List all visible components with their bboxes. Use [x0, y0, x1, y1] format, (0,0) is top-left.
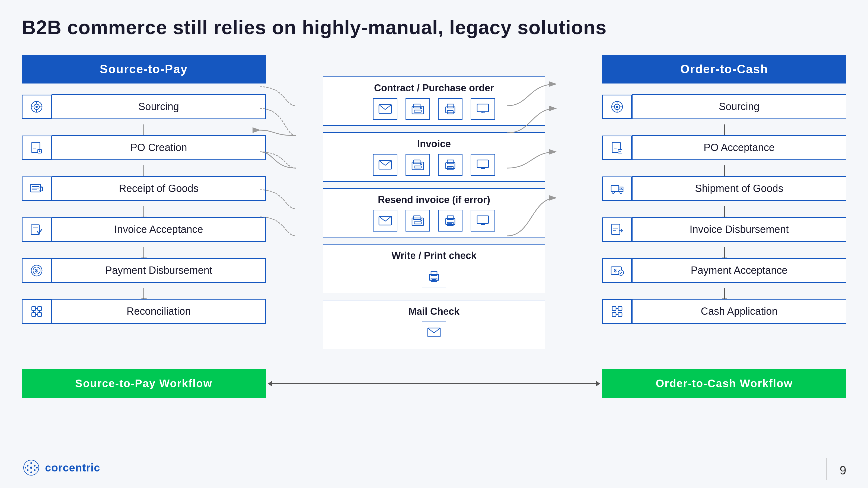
page-title: B2B commerce still relies on highly-manu…: [22, 16, 846, 38]
stp-payment-icon: $: [22, 258, 52, 283]
otc-payment-acceptance-step: $ Payment Acceptance: [602, 258, 846, 283]
center-print-icons: [330, 266, 538, 287]
svg-point-2: [36, 106, 37, 108]
svg-rect-94: [612, 224, 620, 234]
svg-rect-61: [414, 222, 421, 224]
monitor-icon-1: [471, 98, 495, 120]
workflow-bars: Source-to-Pay Workflow Order-to-Cash Wor…: [22, 369, 846, 398]
stp-sourcing-label: Sourcing: [52, 94, 266, 119]
fax-icon-3: [405, 210, 430, 231]
source-to-pay-workflow-bar: Source-to-Pay Workflow: [22, 369, 266, 398]
otc-sourcing-icon: [602, 95, 632, 119]
center-resend-box: Resend invoice (if error): [323, 188, 545, 237]
center-invoice-title: Invoice: [330, 138, 538, 150]
svg-rect-104: [618, 313, 622, 316]
envelope-icon-1: [373, 98, 397, 120]
stp-reconciliation-label: Reconciliation: [52, 299, 266, 324]
svg-point-79: [616, 106, 618, 108]
otc-invoice-disbursement-step: Invoice Disbursement: [602, 217, 846, 242]
center-invoice-icons: [330, 154, 538, 176]
order-to-cash-workflow-bar: Order-to-Cash Workflow: [602, 369, 846, 398]
otc-sourcing-label: Sourcing: [632, 94, 846, 119]
printer-icon-4: [422, 266, 446, 287]
stp-receipt-label: Receipt of Goods: [52, 176, 266, 201]
otc-sourcing-step: Sourcing: [602, 94, 846, 119]
otc-invoice-disbursement-icon: [602, 218, 632, 242]
center-contract-icons: [330, 98, 538, 120]
otc-po-acceptance-icon: [602, 135, 632, 160]
stp-po-creation-step: PO Creation: [22, 135, 266, 160]
otc-cash-application-label: Cash Application: [632, 299, 846, 324]
svg-point-112: [34, 465, 35, 466]
svg-rect-68: [477, 216, 489, 223]
otc-shipment-label: Shipment of Goods: [632, 176, 846, 201]
svg-point-118: [36, 467, 38, 468]
stp-invoice-acceptance-step: Invoice Acceptance: [22, 217, 266, 242]
svg-point-116: [30, 471, 32, 473]
otc-arrow-4: [724, 247, 725, 258]
svg-rect-27: [38, 313, 41, 316]
otc-shipment-icon: [602, 176, 632, 201]
svg-point-113: [27, 469, 29, 471]
otc-payment-acceptance-label: Payment Acceptance: [632, 258, 846, 283]
stp-po-creation-icon: [22, 135, 52, 160]
stp-payment-step: $ Payment Disbursement: [22, 258, 266, 283]
otc-po-acceptance-label: PO Acceptance: [632, 135, 846, 160]
otc-arrow-2: [724, 165, 725, 176]
svg-rect-72: [431, 272, 437, 275]
stp-arrow-4: [144, 247, 144, 258]
stp-arrow-5: [144, 288, 144, 299]
stp-arrow-2: [144, 165, 144, 176]
fax-icon-1: [405, 98, 430, 120]
svg-rect-64: [447, 216, 453, 220]
center-contract-title: Contract / Purchase order: [330, 83, 538, 94]
svg-rect-103: [612, 313, 616, 316]
stp-reconciliation-step: Reconciliation: [22, 299, 266, 324]
svg-rect-51: [447, 160, 453, 164]
order-to-cash-column: Order-to-Cash Sourcing: [602, 55, 846, 329]
svg-text:$: $: [35, 268, 38, 273]
envelope-icon-3: [373, 210, 397, 231]
otc-arrow-3: [724, 206, 725, 217]
center-invoice-box: Invoice: [323, 132, 545, 182]
svg-point-115: [30, 462, 32, 464]
fax-icon-2: [405, 154, 430, 176]
stp-receipt-step: Receipt of Goods: [22, 176, 266, 201]
svg-rect-35: [414, 110, 421, 112]
monitor-icon-3: [471, 210, 495, 231]
footer: corcentric: [22, 458, 100, 477]
svg-rect-38: [447, 104, 453, 108]
workflow-arrow-line: [271, 383, 597, 384]
otc-invoice-disbursement-label: Invoice Disbursement: [632, 217, 846, 242]
stp-po-creation-label: PO Creation: [52, 135, 266, 160]
svg-rect-25: [38, 306, 41, 311]
svg-rect-48: [414, 166, 421, 168]
envelope-icon-2: [373, 154, 397, 176]
logo-icon: [22, 458, 41, 477]
svg-rect-55: [477, 160, 489, 167]
svg-point-111: [27, 465, 29, 466]
center-print-check-title: Write / Print check: [330, 250, 538, 261]
source-to-pay-column: Source-to-Pay Sourcing: [22, 55, 266, 329]
center-mail-icons: [330, 322, 538, 343]
printer-icon-2: [438, 154, 463, 176]
stp-invoice-acceptance-label: Invoice Acceptance: [52, 217, 266, 242]
center-mail-check-box: Mail Check: [323, 300, 545, 349]
page-divider: [827, 458, 827, 480]
center-resend-title: Resend invoice (if error): [330, 194, 538, 205]
stp-receipt-icon: [22, 176, 52, 201]
center-process-column: Contract / Purchase order: [323, 55, 545, 356]
stp-sourcing-step: Sourcing: [22, 94, 266, 119]
stp-arrow-1: [144, 124, 144, 135]
svg-point-114: [34, 469, 35, 471]
center-contract-box: Contract / Purchase order: [323, 76, 545, 126]
order-to-cash-header: Order-to-Cash: [602, 55, 846, 84]
stp-invoice-acceptance-icon: [22, 218, 52, 242]
svg-text:$: $: [614, 268, 617, 273]
otc-cash-application-icon: [602, 299, 632, 324]
svg-rect-102: [618, 306, 622, 311]
svg-point-117: [25, 467, 26, 468]
source-to-pay-header: Source-to-Pay: [22, 55, 266, 84]
diagram-container: Source-to-Pay Sourcing: [22, 55, 846, 356]
svg-rect-26: [32, 313, 35, 316]
